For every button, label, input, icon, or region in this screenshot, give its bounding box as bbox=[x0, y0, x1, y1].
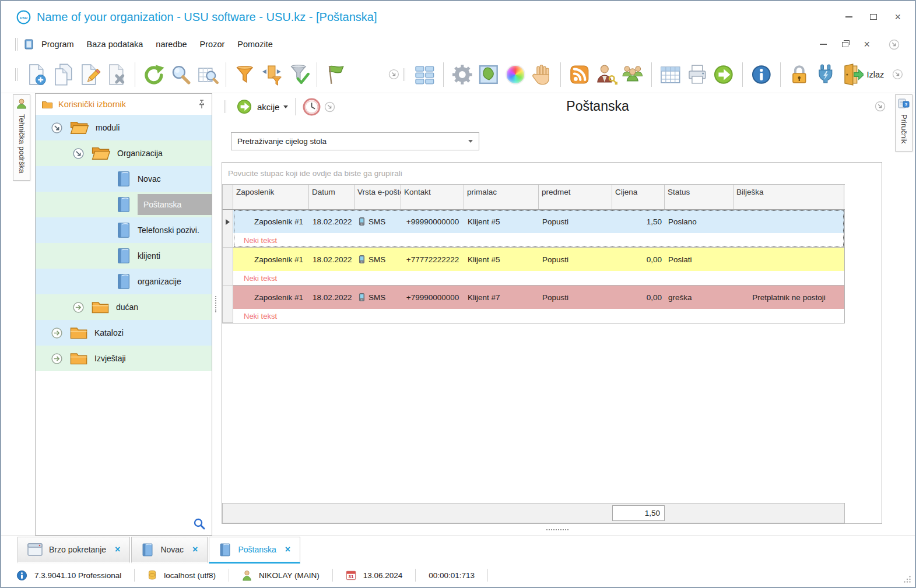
tree-item-ducan[interactable]: dućan bbox=[36, 294, 212, 320]
summary-cijena: 1,50 bbox=[612, 505, 665, 521]
tree-item-organizacija[interactable]: Organizacija bbox=[36, 140, 212, 166]
expand-collapse-icon[interactable] bbox=[72, 301, 85, 314]
tree-item-moduli[interactable]: moduli bbox=[36, 115, 212, 140]
new-record-icon[interactable] bbox=[25, 63, 48, 86]
tree-item-telefonski-pozivi[interactable]: Telefonski pozivi. bbox=[36, 217, 212, 243]
row-indicator[interactable] bbox=[223, 248, 233, 286]
close-icon[interactable]: × bbox=[285, 544, 290, 555]
delete-record-icon[interactable] bbox=[105, 63, 128, 86]
column-header-predmet[interactable]: predmet bbox=[539, 185, 612, 209]
map-icon[interactable] bbox=[477, 63, 500, 86]
table-row[interactable]: Zaposlenik #1 18.02.2022 SMS +7777222222… bbox=[223, 248, 844, 286]
menu-baza-podataka[interactable]: Baza podataka bbox=[87, 40, 143, 49]
menu-pomozite[interactable]: Pomozite bbox=[237, 40, 272, 49]
svg-text:usu: usu bbox=[20, 15, 27, 20]
column-header-cijena[interactable]: Cijena bbox=[612, 185, 665, 209]
mdi-restore-icon[interactable] bbox=[842, 42, 848, 47]
table-row[interactable]: Zaposlenik #1 18.02.2022 SMS +9999000000… bbox=[223, 210, 844, 248]
close-icon[interactable]: × bbox=[192, 544, 198, 555]
settings-gear-icon[interactable] bbox=[451, 63, 474, 86]
tiles-icon[interactable] bbox=[413, 63, 436, 86]
close-icon[interactable]: × bbox=[115, 544, 120, 555]
color-wheel-icon[interactable] bbox=[506, 65, 525, 84]
chevron-down-icon[interactable] bbox=[892, 69, 903, 80]
tree-item-izvjestaji[interactable]: Izvještaji bbox=[36, 346, 212, 371]
user-key-icon[interactable] bbox=[595, 63, 618, 86]
tab-tehnicka-podrska[interactable]: Tehnička podrška bbox=[13, 94, 30, 181]
tree-search-icon[interactable] bbox=[193, 517, 206, 530]
exit-label[interactable]: Izlaz bbox=[866, 70, 884, 79]
table-row[interactable]: Zaposlenik #1 18.02.2022 SMS +7999000000… bbox=[223, 286, 844, 323]
flag-icon[interactable] bbox=[324, 63, 348, 86]
row-indicator[interactable] bbox=[223, 286, 233, 323]
tab-novac[interactable]: Novac × bbox=[131, 537, 208, 564]
expand-collapse-icon[interactable] bbox=[72, 147, 85, 160]
column-header-primalac[interactable]: primalac bbox=[464, 185, 539, 209]
close-icon[interactable]: × bbox=[894, 12, 901, 22]
expand-collapse-icon[interactable] bbox=[51, 353, 63, 365]
plug-icon[interactable] bbox=[814, 63, 837, 86]
menu-prozor[interactable]: Prozor bbox=[200, 40, 225, 49]
hand-icon[interactable] bbox=[531, 63, 554, 86]
tab-postanska[interactable]: Poštanska × bbox=[209, 537, 300, 564]
printer-icon[interactable] bbox=[686, 63, 709, 86]
lock-icon[interactable] bbox=[788, 63, 811, 86]
tab-prirucnik[interactable]: ? Priručnik bbox=[895, 94, 913, 152]
cell-cijena: 0,00 bbox=[612, 255, 665, 264]
chevron-down-icon[interactable] bbox=[388, 69, 399, 80]
column-header-vrsta[interactable]: Vrsta e-pošte bbox=[355, 185, 401, 209]
rss-icon[interactable] bbox=[568, 63, 591, 86]
info-icon[interactable] bbox=[750, 63, 773, 86]
chevron-down-icon[interactable] bbox=[324, 101, 335, 112]
table-icon[interactable] bbox=[659, 63, 682, 86]
minimize-icon[interactable] bbox=[845, 16, 852, 17]
tree-item-novac[interactable]: Novac bbox=[36, 166, 212, 192]
column-header-biljeska[interactable]: Bilješka bbox=[733, 185, 844, 209]
expand-collapse-icon[interactable] bbox=[51, 122, 63, 134]
mdi-close-icon[interactable]: × bbox=[864, 39, 870, 50]
pin-icon[interactable] bbox=[198, 100, 206, 109]
cell-vrsta: SMS bbox=[355, 254, 401, 265]
maximize-icon[interactable] bbox=[870, 14, 877, 20]
search-table-icon[interactable] bbox=[196, 63, 219, 86]
user-group-icon[interactable] bbox=[621, 63, 644, 86]
tab-brzo-pokretanje[interactable]: Brzo pokretanje × bbox=[17, 537, 130, 564]
expand-collapse-icon[interactable] bbox=[51, 327, 63, 339]
filter-icon[interactable] bbox=[233, 63, 257, 86]
horizontal-splitter[interactable] bbox=[219, 524, 895, 536]
clock-icon[interactable] bbox=[303, 98, 321, 116]
exit-door-icon[interactable] bbox=[841, 63, 864, 86]
tree-item-organizacije[interactable]: organizacije bbox=[36, 269, 212, 294]
tree: moduli Organizacija Novac Poštanska bbox=[36, 115, 212, 371]
go-arrow-icon[interactable] bbox=[712, 63, 735, 86]
search-icon[interactable] bbox=[169, 63, 192, 86]
copy-record-icon[interactable] bbox=[52, 63, 75, 86]
manual-help-icon: ? bbox=[898, 98, 910, 110]
menu-naredbe[interactable]: naredbe bbox=[156, 40, 187, 49]
mdi-minimize-icon[interactable] bbox=[820, 44, 827, 45]
column-header-status[interactable]: Status bbox=[665, 185, 733, 209]
chevron-down-icon[interactable] bbox=[875, 101, 886, 112]
actions-button[interactable]: akcije bbox=[236, 98, 288, 115]
book-icon bbox=[141, 543, 154, 557]
edit-record-icon[interactable] bbox=[78, 63, 101, 86]
resize-grip-icon[interactable] bbox=[903, 575, 911, 583]
filter-columns-icon[interactable] bbox=[260, 63, 283, 86]
folder-open-icon bbox=[91, 145, 111, 161]
search-combobox[interactable]: Pretraživanje cijelog stola bbox=[231, 132, 479, 150]
tree-item-klijenti[interactable]: klijenti bbox=[36, 243, 212, 269]
menu-program[interactable]: Program bbox=[41, 40, 74, 49]
panel-splitter[interactable] bbox=[212, 93, 219, 536]
tree-item-postanska[interactable]: Poštanska bbox=[36, 192, 212, 217]
refresh-icon[interactable] bbox=[142, 63, 166, 86]
tree-item-katalozi[interactable]: Katalozi bbox=[36, 320, 212, 346]
column-header-kontakt[interactable]: Kontakt bbox=[401, 185, 464, 209]
column-header-zaposlenik[interactable]: Zaposlenik bbox=[233, 185, 309, 209]
column-header-datum[interactable]: Datum bbox=[309, 185, 355, 209]
row-indicator[interactable] bbox=[223, 210, 233, 248]
sms-phone-icon bbox=[358, 292, 366, 302]
support-user-icon bbox=[16, 98, 27, 110]
chevron-down-icon[interactable] bbox=[889, 39, 900, 50]
filter-apply-icon[interactable] bbox=[287, 63, 310, 86]
cell-status: greška bbox=[665, 293, 733, 302]
